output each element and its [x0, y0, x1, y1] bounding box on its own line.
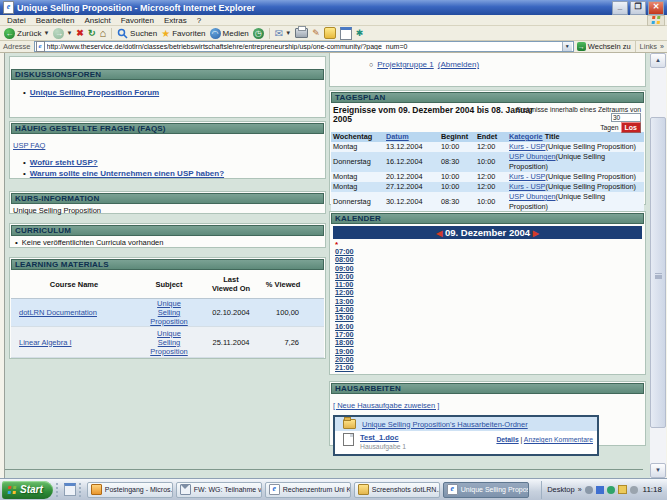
- tray-icon-2[interactable]: [596, 486, 604, 494]
- show-comments-link[interactable]: Anzeigen Kommentare: [524, 436, 593, 443]
- col-kategorie-link[interactable]: Kategorie: [509, 132, 543, 141]
- desktop-toolbar-label[interactable]: Desktop: [547, 485, 575, 494]
- faq-question-link[interactable]: Wofür steht USP?: [30, 158, 98, 167]
- days-input[interactable]: 30: [611, 113, 641, 122]
- los-button[interactable]: Los: [621, 122, 641, 133]
- ie-task-icon: e: [269, 484, 280, 495]
- event-date: 30.12.2004: [386, 197, 441, 207]
- task-label: Posteingang - Micros...: [105, 486, 173, 493]
- faq-header: HÄUFIG GESTELLTE FRAGEN (FAQS): [11, 123, 324, 134]
- course-link[interactable]: dotLRN Documentation: [19, 308, 97, 317]
- taskbar-task-4[interactable]: eUnique Selling Propos...: [443, 482, 529, 498]
- assign-homework-link[interactable]: [ Neue Hausaufgabe zuweisen ]: [333, 401, 439, 410]
- history-icon[interactable]: ◷: [253, 28, 264, 39]
- windows-logo-icon: [647, 15, 665, 26]
- menu-item-1[interactable]: Bearbeiten: [31, 16, 80, 25]
- course-link[interactable]: Linear Algebra I: [19, 338, 72, 347]
- event-category-link[interactable]: Kurs - USP: [509, 182, 546, 191]
- taskbar-task-2[interactable]: eRechenzentrum Uni K...: [265, 482, 351, 498]
- taskbar-grip-2[interactable]: [79, 483, 84, 497]
- homework-folder-link[interactable]: Unique Selling Proposition's Hausarbeite…: [362, 420, 528, 429]
- menu-item-5[interactable]: ?: [192, 16, 206, 25]
- scroll-down-icon[interactable]: ▼: [650, 463, 666, 478]
- table-row: Linear Algebra IUnique Selling Propositi…: [11, 327, 324, 358]
- taskbar-task-0[interactable]: Posteingang - Micros...: [87, 482, 173, 498]
- minimize-button[interactable]: _: [612, 1, 628, 15]
- taskbar-grip[interactable]: [56, 483, 61, 497]
- desktop-chevron-icon[interactable]: »: [578, 486, 582, 493]
- materials-header: LEARNING MATERIALS: [11, 259, 324, 270]
- project-group-link[interactable]: Projektgruppe 1: [377, 60, 433, 69]
- discuss-icon[interactable]: ✱: [356, 29, 364, 38]
- homework-file-link[interactable]: Test_1.doc: [360, 433, 399, 442]
- calendar-now-marker: *: [335, 241, 644, 248]
- col-datum-link[interactable]: Datum: [386, 132, 409, 141]
- back-label: Zurück: [17, 29, 41, 38]
- event-category-link[interactable]: Kurs - USP: [509, 172, 546, 181]
- back-dropdown-icon[interactable]: ▼: [43, 30, 49, 36]
- page-favicon: e: [36, 41, 45, 52]
- close-button[interactable]: ✕: [648, 1, 664, 15]
- tray-icon-3[interactable]: [607, 486, 615, 494]
- messenger-icon[interactable]: [324, 27, 336, 39]
- tray-icon-5[interactable]: [630, 486, 638, 494]
- search-button[interactable]: Suchen: [117, 28, 157, 39]
- tagesplan-columns: Wochentag Datum Beginnt Endet Kategorie …: [331, 132, 644, 142]
- subject-link[interactable]: Unique Selling Proposition: [146, 299, 192, 326]
- go-button[interactable]: → Wechseln zu: [577, 42, 631, 51]
- event-category-link[interactable]: Kurs - USP: [509, 142, 546, 151]
- back-button[interactable]: ← Zurück ▼: [4, 28, 49, 39]
- vertical-scrollbar[interactable]: ▲ ▼: [650, 53, 666, 478]
- scroll-up-icon[interactable]: ▲: [650, 53, 666, 68]
- faq-question-link[interactable]: Warum sollte eine Unternehmen einen USP …: [30, 169, 224, 178]
- event-category-cell: Kurs - USP(Unique Selling Proposition): [509, 182, 642, 192]
- mail-button[interactable]: ✉ ▼: [275, 29, 291, 38]
- menu-item-4[interactable]: Extras: [159, 16, 192, 25]
- menu-item-0[interactable]: Datei: [2, 16, 31, 25]
- forums-header: DISKUSSIONSFOREN: [11, 69, 324, 80]
- taskbar-task-3[interactable]: Screenshots dotLRN....: [354, 482, 440, 498]
- materials-rows: dotLRN DocumentationUnique Selling Propo…: [11, 299, 324, 358]
- forward-dropdown-icon[interactable]: ▼: [66, 30, 72, 36]
- abmelden-link[interactable]: (Abmelden): [438, 60, 479, 69]
- course-cell: dotLRN Documentation: [11, 306, 137, 319]
- sidebar-icon[interactable]: [340, 27, 352, 40]
- event-day: Donnerstag: [333, 197, 386, 207]
- mail-dropdown-icon[interactable]: ▼: [285, 30, 291, 36]
- faq-group-link[interactable]: USP FAQ: [13, 141, 45, 150]
- quick-launch-icon[interactable]: [64, 483, 76, 496]
- address-dropdown-icon[interactable]: ▼: [562, 42, 572, 51]
- taskbar-task-1[interactable]: FW: WG: Teilnahme v...: [176, 482, 262, 498]
- address-input[interactable]: e http://www.theservice.de/dotlrn/classe…: [34, 41, 574, 52]
- calendar-prev-icon[interactable]: ◀: [436, 229, 442, 238]
- scrollbar-thumb[interactable]: [650, 117, 666, 428]
- subject-link[interactable]: Unique Selling Proposition: [146, 329, 192, 356]
- media-button[interactable]: ◠ Medien: [210, 28, 249, 39]
- list-item: •Unique Selling Proposition Forum: [11, 86, 324, 97]
- home-icon[interactable]: ⌂: [99, 29, 106, 38]
- task-label: FW: WG: Teilnahme v...: [194, 486, 262, 493]
- forum-link[interactable]: Unique Selling Proposition Forum: [30, 88, 159, 97]
- forward-button[interactable]: → ▼: [53, 28, 72, 39]
- links-label: Links: [640, 42, 658, 51]
- calendar-next-icon[interactable]: ▶: [533, 229, 539, 238]
- stop-icon[interactable]: ✖: [76, 29, 84, 38]
- print-icon[interactable]: [295, 28, 308, 38]
- details-link[interactable]: Details: [496, 436, 518, 443]
- restore-button[interactable]: ❐: [630, 1, 646, 15]
- calendar-time-link[interactable]: 21:00: [335, 364, 357, 372]
- materials-columns: Course Name Subject Last Viewed On % Vie…: [11, 270, 324, 299]
- tray-icon-4[interactable]: [618, 485, 627, 494]
- document-icon: [343, 433, 354, 446]
- links-chevron-icon[interactable]: »: [660, 43, 664, 50]
- favorites-button[interactable]: ★ Favoriten: [161, 29, 205, 38]
- edit-icon[interactable]: ✎: [312, 29, 320, 38]
- event-category-link[interactable]: USP Übungen: [509, 192, 556, 201]
- refresh-icon[interactable]: ↻: [88, 29, 96, 38]
- col-course-name: Course Name: [11, 279, 137, 290]
- menu-item-3[interactable]: Favoriten: [116, 16, 159, 25]
- event-category-link[interactable]: USP Übungen: [509, 152, 556, 161]
- start-button[interactable]: Start: [2, 481, 53, 499]
- menu-item-2[interactable]: Ansicht: [79, 16, 115, 25]
- tray-icon-1[interactable]: [585, 486, 593, 494]
